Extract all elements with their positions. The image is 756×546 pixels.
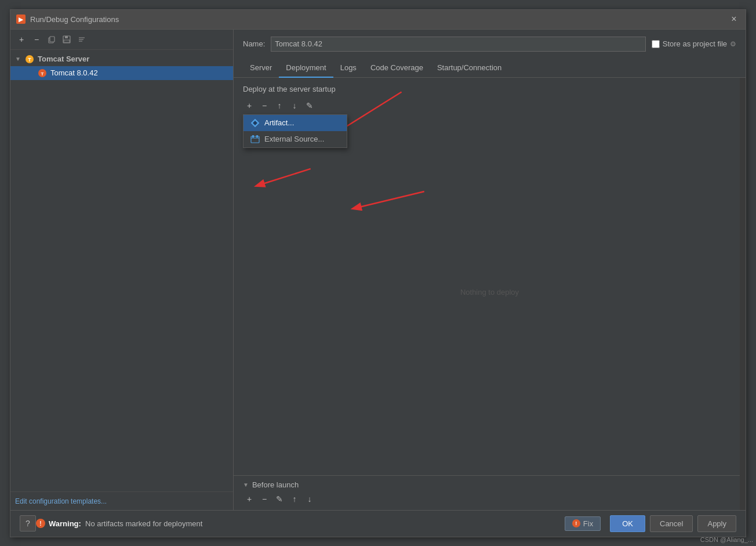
tab-server[interactable]: Server	[243, 59, 279, 78]
deploy-empty-area: Nothing to deploy	[243, 117, 736, 468]
dialog-title: Run/Debug Configurations	[30, 15, 728, 24]
watermark: CSDN @Aliang_...	[700, 536, 753, 543]
dialog-buttons: OK Cancel Apply	[610, 515, 736, 532]
before-launch-up-button[interactable]: ↑	[288, 493, 301, 505]
config-tree: ▼ T Tomcat Server T Tomcat 8.0.42	[10, 50, 233, 491]
sort-config-button[interactable]	[75, 33, 88, 46]
gear-icon[interactable]: ⚙	[730, 40, 736, 48]
warning-icon: !	[36, 519, 45, 528]
deploy-add-button[interactable]: +	[243, 99, 256, 112]
svg-rect-17	[256, 135, 258, 138]
left-bottom: Edit configuration templates...	[10, 491, 233, 510]
apply-button[interactable]: Apply	[697, 515, 736, 532]
bottom-bar: ? ! Warning: No artifacts marked for dep…	[10, 510, 746, 537]
fix-label: Fix	[583, 519, 593, 528]
tab-deployment[interactable]: Deployment	[279, 59, 333, 78]
server-group-label: Tomcat Server	[38, 55, 89, 63]
store-project-container: Store as project file ⚙	[652, 39, 736, 48]
left-panel: + −	[10, 30, 234, 510]
warning-section: ! Warning: No artifacts marked for deplo…	[36, 519, 565, 528]
deploy-edit-button[interactable]: ✎	[303, 99, 316, 112]
external-source-label: External Source...	[264, 135, 324, 143]
fix-button[interactable]: ! Fix	[565, 516, 601, 531]
before-launch-toolbar: + − ✎ ↑ ↓	[243, 493, 736, 505]
cancel-button[interactable]: Cancel	[650, 515, 693, 532]
before-launch-remove-button[interactable]: −	[258, 493, 271, 505]
before-launch-down-button[interactable]: ↓	[303, 493, 316, 505]
run-debug-dialog: ▶ Run/Debug Configurations × + −	[10, 9, 746, 537]
dropdown-item-artifact[interactable]: Artifact...	[243, 115, 347, 131]
right-panel: Name: Store as project file ⚙ Server Dep…	[234, 30, 746, 510]
right-main: Deploy at the server startup + − ↑ ↓ ✎	[234, 78, 746, 510]
svg-rect-4	[64, 40, 70, 42]
right-scrollbar[interactable]	[740, 78, 746, 510]
warning-message: No artifacts marked for deployment	[85, 519, 202, 528]
help-button[interactable]: ?	[20, 515, 36, 531]
svg-text:T: T	[28, 57, 31, 63]
deploy-toolbar: + − ↑ ↓ ✎	[243, 99, 736, 112]
expand-icon: ▼	[15, 56, 24, 62]
ok-button[interactable]: OK	[610, 515, 645, 532]
before-launch-section: ▼ Before launch + − ✎ ↑ ↓	[234, 475, 746, 510]
svg-rect-16	[252, 135, 254, 138]
empty-message: Nothing to deploy	[460, 288, 519, 296]
store-project-checkbox[interactable]	[652, 40, 660, 48]
deploy-remove-button[interactable]: −	[258, 99, 271, 112]
collapse-icon[interactable]: ▼	[243, 482, 249, 488]
save-config-button[interactable]	[60, 33, 73, 46]
before-launch-add-button[interactable]: +	[243, 493, 256, 505]
title-bar: ▶ Run/Debug Configurations ×	[10, 10, 746, 30]
tomcat-server-icon: T	[24, 54, 35, 64]
dropdown-item-external-source[interactable]: External Source...	[243, 131, 347, 147]
store-project-label: Store as project file	[663, 39, 727, 48]
fix-warning-icon: !	[572, 519, 580, 527]
tabs-bar: Server Deployment Logs Code Coverage Sta…	[234, 59, 746, 78]
before-launch-label: Before launch	[252, 480, 299, 489]
tomcat-child-icon: T	[37, 68, 48, 78]
name-input[interactable]	[271, 37, 645, 52]
copy-config-button[interactable]	[45, 33, 58, 46]
dialog-body: + −	[10, 30, 746, 510]
tab-startup-connection[interactable]: Startup/Connection	[430, 59, 508, 78]
warning-text: Warning: No artifacts marked for deploym…	[49, 519, 202, 528]
artifact-label: Artifact...	[264, 118, 294, 127]
before-launch-edit-button[interactable]: ✎	[273, 493, 286, 505]
name-row: Name: Store as project file ⚙	[234, 30, 746, 59]
app-icon: ▶	[16, 15, 26, 24]
deploy-down-button[interactable]: ↓	[288, 99, 301, 112]
warning-prefix: Warning:	[49, 519, 81, 528]
artifact-icon	[250, 118, 260, 128]
name-label: Name:	[243, 39, 265, 48]
svg-rect-1	[50, 37, 54, 42]
section-title: Deploy at the server startup	[243, 85, 736, 93]
before-launch-header: ▼ Before launch	[243, 480, 736, 489]
child-item-label: Tomcat 8.0.42	[50, 68, 98, 77]
deploy-dropdown-menu: Artifact... External Source...	[243, 114, 347, 148]
tree-item-tomcat-server[interactable]: ▼ T Tomcat Server	[10, 52, 233, 66]
tab-code-coverage[interactable]: Code Coverage	[364, 59, 430, 78]
svg-text:T: T	[41, 71, 44, 77]
bottom-left: ?	[20, 515, 36, 531]
svg-rect-3	[65, 36, 68, 38]
tab-logs[interactable]: Logs	[333, 59, 364, 78]
external-source-icon	[250, 135, 260, 144]
remove-config-button[interactable]: −	[30, 33, 43, 46]
add-config-button[interactable]: +	[15, 33, 28, 46]
edit-templates-link[interactable]: Edit configuration templates...	[15, 497, 107, 505]
tree-item-tomcat-842[interactable]: T Tomcat 8.0.42	[10, 66, 233, 80]
close-button[interactable]: ×	[728, 13, 740, 25]
deploy-up-button[interactable]: ↑	[273, 99, 286, 112]
tab-content-deployment: Deploy at the server startup + − ↑ ↓ ✎	[234, 78, 746, 475]
left-toolbar: + −	[10, 30, 233, 50]
